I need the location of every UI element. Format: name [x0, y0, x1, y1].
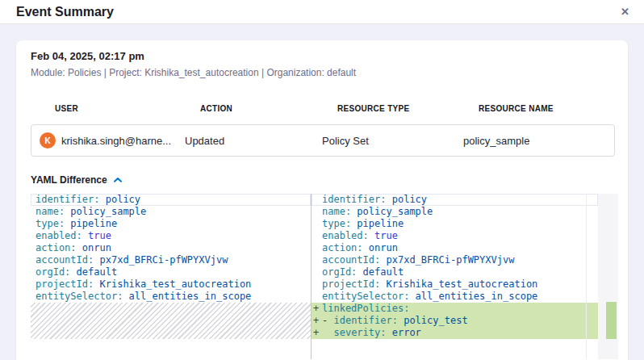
- scrollbar-track[interactable]: [586, 194, 587, 359]
- action-cell: Updated: [185, 135, 322, 147]
- code-line: orgId: default: [312, 266, 598, 278]
- user-cell: K krishika.singh@harne...: [40, 132, 185, 149]
- resource-type-cell: Policy Set: [322, 135, 463, 147]
- code-line: entitySelector: all_entities_in_scope: [312, 291, 598, 303]
- code-line: + severity: error: [312, 327, 598, 339]
- column-header-resource-type: RESOURCE TYPE: [337, 104, 479, 113]
- code-line: type: pipeline: [31, 218, 311, 230]
- audit-table-header: USER ACTION RESOURCE TYPE RESOURCE NAME: [55, 104, 618, 113]
- yaml-difference-toggle[interactable]: YAML Difference: [31, 174, 123, 186]
- diff-overview-ruler: [598, 194, 618, 359]
- code-line: name: policy_sample: [312, 206, 598, 218]
- chevron-up-icon: [113, 174, 123, 186]
- code-line: orgId: default: [31, 266, 311, 278]
- column-header-user: USER: [55, 104, 200, 113]
- avatar: K: [40, 132, 56, 149]
- code-line: enabled: true: [31, 230, 311, 242]
- diff-filler-hatch: [31, 303, 311, 339]
- yaml-diff-editor: identifier: policyname: policy_sampletyp…: [31, 194, 618, 359]
- code-line: action: onrun: [312, 242, 598, 254]
- column-header-action: ACTION: [200, 104, 337, 113]
- code-line: identifier: policy: [312, 194, 598, 206]
- event-summary-card: Feb 04, 2025, 02:17 pm Module: Policies …: [16, 40, 628, 360]
- code-line: entitySelector: all_entities_in_scope: [31, 291, 311, 303]
- code-line: identifier: policy: [31, 194, 311, 206]
- code-line: +linkedPolicies:: [312, 303, 598, 315]
- event-date: Feb 04, 2025, 02:17 pm: [31, 50, 618, 63]
- diff-pane-modified[interactable]: identifier: policyname: policy_sampletyp…: [312, 194, 598, 359]
- code-line: accountId: px7xd_BFRCi-pfWPYXVjvw: [31, 254, 311, 266]
- code-line: enabled: true: [312, 230, 598, 242]
- event-scope-breadcrumb: Module: Policies | Project: Krishika_tes…: [31, 67, 618, 78]
- column-header-resource-name: RESOURCE NAME: [479, 104, 618, 113]
- code-line: name: policy_sample: [31, 206, 311, 218]
- code-line: type: pipeline: [312, 218, 598, 230]
- code-line: projectId: Krishika_test_autocreation: [312, 278, 598, 291]
- code-line: projectId: Krishika_test_autocreation: [31, 278, 311, 291]
- table-row: K krishika.singh@harne... Updated Policy…: [31, 124, 615, 157]
- yaml-difference-label: YAML Difference: [31, 174, 107, 186]
- code-line: +- identifier: policy_test: [312, 315, 598, 327]
- page-title: Event Summary: [16, 5, 114, 19]
- close-icon[interactable]: ✕: [621, 6, 629, 17]
- resource-name-cell: policy_sample: [463, 135, 614, 147]
- code-line: accountId: px7xd_BFRCi-pfWPYXVjvw: [312, 254, 598, 266]
- modal-body: Feb 04, 2025, 02:17 pm Module: Policies …: [0, 24, 644, 360]
- code-line: action: onrun: [31, 242, 311, 254]
- modal-header: Event Summary ✕: [0, 0, 644, 24]
- user-email: krishika.singh@harne...: [61, 135, 171, 147]
- diff-pane-original[interactable]: identifier: policyname: policy_sampletyp…: [31, 194, 311, 359]
- diff-added-marker: [606, 302, 617, 339]
